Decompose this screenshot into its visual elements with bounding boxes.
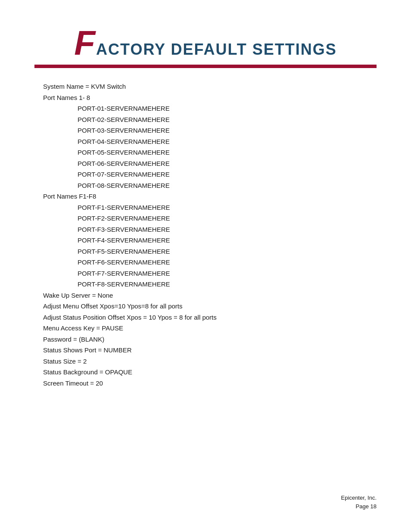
menu-access-key-line: Menu Access Key = PAUSE [43,323,377,334]
header-section: F ACTORY DEFAULT SETTINGS [34,26,377,60]
header-f-letter: F [74,26,95,60]
footer: Epicenter, Inc. Page 18 [341,494,377,510]
page-container: F ACTORY DEFAULT SETTINGS System Name = … [0,0,411,532]
port-f7: PORT-F7-SERVERNAMEHERE [78,268,377,279]
port-names-1-8-label: Port Names 1- 8 [43,92,377,103]
footer-page: Page 18 [341,502,377,511]
port-06: PORT-06-SERVERNAMEHERE [78,158,377,169]
status-background-line: Status Background = OPAQUE [43,367,377,378]
port-f8: PORT-F8-SERVERNAMEHERE [78,279,377,290]
status-size-line: Status Size = 2 [43,356,377,367]
port-f2: PORT-F2-SERVERNAMEHERE [78,213,377,224]
port-names-1-8-group: PORT-01-SERVERNAMEHERE PORT-02-SERVERNAM… [43,103,377,191]
port-02: PORT-02-SERVERNAMEHERE [78,114,377,125]
port-f5: PORT-F5-SERVERNAMEHERE [78,246,377,257]
system-name-line: System Name = KVM Switch [43,81,377,92]
red-divider-bar [34,65,377,68]
header-title-rest: ACTORY DEFAULT SETTINGS [96,42,337,57]
port-f6: PORT-F6-SERVERNAMEHERE [78,257,377,268]
port-f1: PORT-F1-SERVERNAMEHERE [78,202,377,213]
header-title: F ACTORY DEFAULT SETTINGS [34,26,377,60]
content-section: System Name = KVM Switch Port Names 1- 8… [34,81,377,389]
port-03: PORT-03-SERVERNAMEHERE [78,125,377,136]
port-08: PORT-08-SERVERNAMEHERE [78,180,377,191]
port-05: PORT-05-SERVERNAMEHERE [78,147,377,158]
port-f4: PORT-F4-SERVERNAMEHERE [78,235,377,246]
port-04: PORT-04-SERVERNAMEHERE [78,136,377,147]
port-names-f-label: Port Names F1-F8 [43,191,377,202]
status-shows-port-line: Status Shows Port = NUMBER [43,345,377,356]
footer-company: Epicenter, Inc. [341,494,377,502]
adjust-menu-offset-line: Adjust Menu Offset Xpos=10 Ypos=8 for al… [43,301,377,312]
screen-timeout-line: Screen Timeout = 20 [43,378,377,389]
password-line: Password = (BLANK) [43,334,377,345]
port-01: PORT-01-SERVERNAMEHERE [78,103,377,114]
port-names-f1-f8-group: PORT-F1-SERVERNAMEHERE PORT-F2-SERVERNAM… [43,202,377,290]
adjust-status-position-line: Adjust Status Position Offset Xpos = 10 … [43,312,377,323]
port-f3: PORT-F3-SERVERNAMEHERE [78,224,377,235]
port-07: PORT-07-SERVERNAMEHERE [78,169,377,180]
wake-up-server-line: Wake Up Server = None [43,290,377,301]
